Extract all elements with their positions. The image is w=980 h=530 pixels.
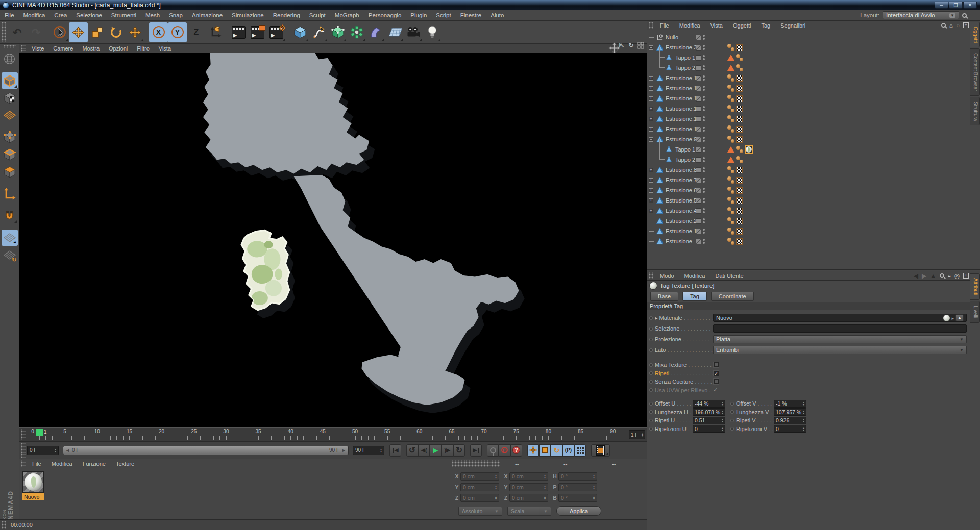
- rotate-icon[interactable]: [107, 22, 126, 42]
- phong-tag-icon[interactable]: [736, 146, 743, 153]
- animation-dot-icon[interactable]: [649, 327, 653, 331]
- coordinate-mode-dropdown[interactable]: Assoluto ▼: [458, 507, 502, 516]
- lock-y-axis-icon[interactable]: Y: [168, 22, 187, 42]
- phong-tag-icon[interactable]: [727, 238, 734, 245]
- viewport-menu-item-camere[interactable]: Camere: [48, 45, 78, 52]
- editor-render-toggle-icon[interactable]: [696, 96, 701, 102]
- target-icon[interactable]: ◎: [954, 272, 960, 280]
- menubar-item-mograph[interactable]: MoGraph: [330, 12, 364, 18]
- visibility-dots-icon[interactable]: [703, 35, 705, 40]
- spinner-icon[interactable]: ▴▾: [722, 401, 723, 406]
- om-menu-item-modifica[interactable]: Modifica: [674, 22, 705, 29]
- spinner-icon[interactable]: ▴▾: [55, 448, 56, 452]
- animation-dot-icon[interactable]: [649, 338, 653, 341]
- go-to-start-button[interactable]: ◀: [389, 444, 401, 457]
- animation-dot-icon[interactable]: [649, 427, 653, 431]
- menubar-item-plugin[interactable]: Plugin: [406, 12, 431, 18]
- object-name[interactable]: Estrusione.11: [666, 116, 699, 122]
- live-selection-icon[interactable]: [50, 22, 69, 42]
- up-icon[interactable]: ▲: [930, 272, 936, 280]
- spinner-icon[interactable]: ▴▾: [544, 496, 546, 500]
- cap-tag-icon[interactable]: [727, 157, 734, 163]
- expand-icon[interactable]: ▸: [951, 315, 954, 321]
- menubar-item-sculpt[interactable]: Sculpt: [305, 12, 330, 18]
- texture-tag-icon[interactable]: [736, 44, 743, 51]
- phong-tag-icon[interactable]: [727, 166, 734, 173]
- expand-icon[interactable]: +: [649, 188, 653, 193]
- object-row[interactable]: +Estrusione.10: [647, 124, 970, 134]
- spinner-icon[interactable]: ▴▾: [722, 427, 723, 431]
- side-tab-livelli[interactable]: Livelli: [970, 301, 980, 323]
- search-icon[interactable]: [962, 13, 967, 18]
- phong-tag-icon[interactable]: [727, 217, 734, 224]
- editor-render-toggle-icon[interactable]: [696, 147, 701, 153]
- menubar-item-animazione[interactable]: Animazione: [187, 12, 227, 18]
- object-row[interactable]: +Estrusione.8: [647, 165, 970, 175]
- selezione-field[interactable]: [713, 324, 967, 333]
- object-row[interactable]: +Estrusione.4: [647, 206, 970, 216]
- coordinate-value-field[interactable]: 0 cm▴▾: [509, 472, 548, 481]
- spinner-icon[interactable]: ▴▾: [380, 448, 382, 452]
- visibility-dots-icon[interactable]: [703, 137, 705, 142]
- texture-tag-icon[interactable]: [736, 238, 743, 245]
- transport-grip[interactable]: [21, 443, 26, 458]
- animation-dot-icon[interactable]: [730, 402, 734, 406]
- cap-tag-icon[interactable]: [727, 55, 734, 61]
- editor-render-toggle-icon[interactable]: [696, 157, 701, 163]
- viewport-menu-item-filtro[interactable]: Filtro: [132, 45, 154, 52]
- object-name[interactable]: Estrusione.9: [666, 136, 697, 142]
- material-item[interactable]: Nuovo: [22, 471, 44, 501]
- menubar-item-file[interactable]: File: [0, 12, 19, 18]
- add-panel-icon[interactable]: +: [963, 22, 969, 28]
- object-row[interactable]: Estrusione.1: [647, 226, 970, 236]
- object-row[interactable]: Nullo: [647, 32, 970, 42]
- expand-icon[interactable]: +: [649, 107, 653, 111]
- visibility-dots-icon[interactable]: [703, 55, 705, 60]
- visibility-dots-icon[interactable]: [703, 127, 705, 132]
- texture-tag-icon[interactable]: [736, 228, 743, 235]
- texture-tag-icon[interactable]: [736, 167, 743, 173]
- object-name[interactable]: Estrusione.14: [666, 85, 700, 91]
- object-row[interactable]: Estrusione: [647, 236, 970, 246]
- animation-dot-icon[interactable]: [649, 388, 653, 392]
- side-tab-oggetti[interactable]: Oggetti: [970, 22, 980, 47]
- timeline-ruler[interactable]: 051015202530354045505560657075808590 1 1…: [19, 427, 647, 442]
- object-name[interactable]: Tappo 2: [675, 65, 695, 71]
- phong-tag-icon[interactable]: [736, 64, 743, 71]
- object-name[interactable]: Tappo 1: [675, 55, 695, 61]
- add-subdivision-surface-icon[interactable]: [328, 22, 347, 42]
- texture-tag-icon[interactable]: [736, 106, 743, 112]
- texture-tag-selected-icon[interactable]: [745, 145, 753, 154]
- object-row[interactable]: Tappo 1: [647, 53, 970, 63]
- frame-step-field[interactable]: 1 F ▴▾: [629, 430, 645, 439]
- coordinate-system-icon[interactable]: [206, 22, 225, 42]
- visibility-dots-icon[interactable]: [703, 86, 705, 91]
- add-spline-icon[interactable]: +: [309, 22, 328, 42]
- object-row[interactable]: Tappo 2: [647, 155, 970, 165]
- coordinate-value-field[interactable]: 0 cm▴▾: [509, 483, 548, 491]
- object-row[interactable]: +Estrusione.6: [647, 185, 970, 195]
- editor-render-toggle-icon[interactable]: [696, 116, 701, 122]
- om-menu-item-tag[interactable]: Tag: [756, 22, 775, 29]
- object-row[interactable]: +Estrusione.13: [647, 93, 970, 104]
- object-name[interactable]: Tappo 2: [675, 157, 695, 163]
- phong-tag-icon[interactable]: [727, 197, 734, 204]
- layout-dropdown[interactable]: Interfaccia di Avvio ▼: [883, 11, 959, 19]
- collapse-icon[interactable]: −: [649, 137, 653, 142]
- menubar-item-rendering[interactable]: Rendering: [268, 12, 305, 18]
- phong-tag-icon[interactable]: [736, 54, 743, 61]
- animation-dot-icon[interactable]: [730, 410, 734, 414]
- object-row[interactable]: +Estrusione.12: [647, 104, 970, 114]
- redo-icon[interactable]: ↷: [27, 22, 45, 42]
- animation-dot-icon[interactable]: [649, 380, 653, 384]
- spinner-icon[interactable]: ▴▾: [544, 474, 546, 478]
- object-name[interactable]: Nullo: [666, 34, 678, 40]
- object-name[interactable]: Estrusione.3: [666, 44, 697, 51]
- lato-dropdown[interactable]: Entrambi▼: [713, 346, 967, 354]
- editor-render-toggle-icon[interactable]: [696, 198, 701, 204]
- coordinate-value-field[interactable]: 0 cm▴▾: [509, 494, 548, 502]
- play-button[interactable]: ▶: [430, 444, 442, 457]
- expand-icon[interactable]: +: [649, 168, 653, 172]
- menubar-item-selezione[interactable]: Selezione: [71, 12, 107, 18]
- spinner-icon[interactable]: ▴▾: [593, 474, 595, 478]
